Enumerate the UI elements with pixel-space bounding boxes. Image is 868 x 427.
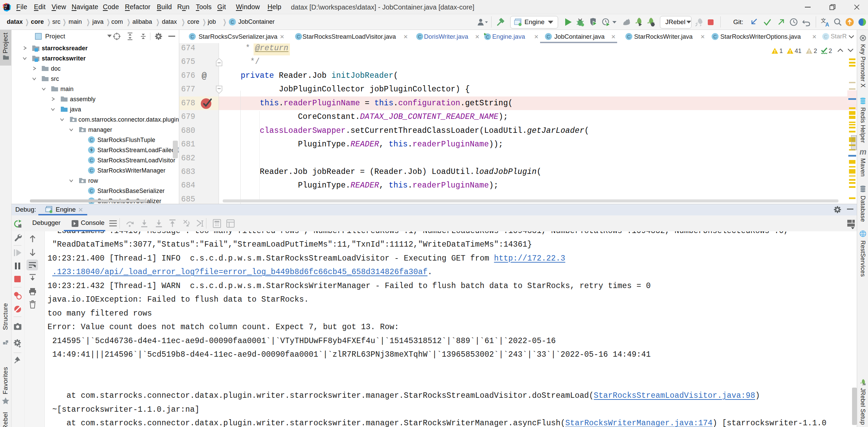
svg-text:C: C (190, 34, 194, 39)
svg-text:C: C (90, 137, 93, 143)
svg-text:A: A (825, 22, 829, 28)
svg-text:C: C (90, 168, 93, 173)
svg-text:C: C (90, 158, 93, 163)
svg-text:C: C (547, 34, 550, 39)
svg-text:C: C (90, 188, 93, 194)
svg-text:C: C (297, 34, 300, 39)
svg-text:C: C (824, 34, 827, 39)
svg-text:C: C (627, 34, 630, 39)
svg-text:JR: JR (862, 383, 866, 386)
svg-text:C: C (231, 19, 234, 25)
svg-text:C: C (486, 34, 490, 40)
svg-text:IJ: IJ (5, 4, 7, 8)
svg-text:C: C (418, 34, 421, 39)
svg-text:C: C (713, 34, 717, 39)
